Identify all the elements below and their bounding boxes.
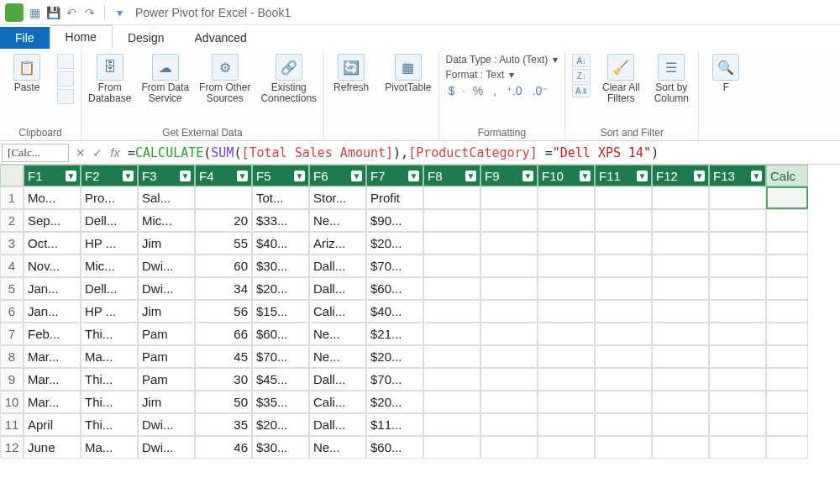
cell[interactable]: $60... xyxy=(366,277,423,300)
cell[interactable]: $40... xyxy=(252,232,309,255)
cell[interactable] xyxy=(423,232,480,255)
calc-column-header[interactable]: Calc xyxy=(766,165,808,186)
increase-decimal-button[interactable]: ⁺.0 xyxy=(504,84,525,97)
cell[interactable] xyxy=(480,209,538,232)
qat-customize-icon[interactable]: ▾ xyxy=(112,5,127,20)
column-header[interactable]: F6▼ xyxy=(309,165,366,186)
cell[interactable] xyxy=(423,323,480,345)
cell[interactable]: $90... xyxy=(366,209,423,232)
cell[interactable]: $15... xyxy=(252,300,309,323)
cell[interactable] xyxy=(652,209,709,232)
percent-button[interactable]: % xyxy=(470,84,486,97)
pivottable-button[interactable]: ▦PivotTable xyxy=(385,54,431,93)
cell[interactable]: Feb... xyxy=(24,323,81,345)
from-database-button[interactable]: 🗄From Database xyxy=(88,54,131,104)
cell[interactable]: Ne... xyxy=(309,345,366,368)
cell[interactable] xyxy=(538,277,595,300)
sort-desc-button[interactable]: Z↓ xyxy=(572,69,591,82)
column-filter-icon[interactable]: ▼ xyxy=(408,171,419,181)
comma-button[interactable]: , xyxy=(491,84,499,97)
cell[interactable]: Sal... xyxy=(138,186,195,209)
cell[interactable] xyxy=(652,413,709,436)
formula-enter-button[interactable]: ✓ xyxy=(89,146,106,160)
calc-cell[interactable] xyxy=(766,345,808,368)
cell[interactable] xyxy=(423,345,480,368)
cell[interactable]: $40... xyxy=(366,300,423,323)
cell[interactable] xyxy=(423,300,480,323)
cell[interactable] xyxy=(423,209,480,232)
column-filter-icon[interactable]: ▼ xyxy=(751,171,762,181)
cell[interactable]: Pam xyxy=(138,345,195,368)
sort-by-column-button[interactable]: ☰Sort by Column xyxy=(651,54,691,104)
fx-icon[interactable]: fx xyxy=(106,145,124,160)
cell[interactable] xyxy=(709,186,766,209)
cell[interactable] xyxy=(709,232,766,255)
column-header[interactable]: F2▼ xyxy=(81,165,138,186)
cell[interactable]: Dall... xyxy=(309,277,366,300)
column-filter-icon[interactable]: ▼ xyxy=(465,171,476,181)
column-header[interactable]: F3▼ xyxy=(138,165,195,186)
cell[interactable] xyxy=(709,436,766,459)
cell[interactable]: Jim xyxy=(138,300,195,323)
cell[interactable] xyxy=(538,209,595,232)
calc-cell[interactable] xyxy=(766,255,808,277)
cell[interactable] xyxy=(480,368,538,391)
calc-cell[interactable] xyxy=(766,300,808,323)
cell[interactable]: HP ... xyxy=(81,300,138,323)
cell[interactable] xyxy=(595,436,652,459)
cell[interactable] xyxy=(709,277,766,300)
cell[interactable]: 60 xyxy=(195,255,252,277)
from-other-sources-button[interactable]: ⚙From Other Sources xyxy=(199,54,250,104)
cell[interactable] xyxy=(652,277,709,300)
cell[interactable]: $60... xyxy=(366,436,423,459)
cell[interactable]: Thi... xyxy=(81,323,138,345)
row-header[interactable]: 7 xyxy=(0,323,24,345)
cell[interactable]: 20 xyxy=(195,209,252,232)
cell[interactable]: Jim xyxy=(138,391,195,413)
cell[interactable] xyxy=(538,368,595,391)
cell[interactable]: 45 xyxy=(195,345,252,368)
cell[interactable]: $45... xyxy=(252,368,309,391)
column-header[interactable]: F8▼ xyxy=(423,165,480,186)
column-filter-icon[interactable]: ▼ xyxy=(637,171,648,181)
cell[interactable] xyxy=(652,255,709,277)
column-filter-icon[interactable]: ▼ xyxy=(237,171,248,181)
cell[interactable]: Dell... xyxy=(81,209,138,232)
cell[interactable] xyxy=(709,391,766,413)
paste-button[interactable]: 📋 Paste xyxy=(7,54,47,93)
calc-cell[interactable] xyxy=(766,368,808,391)
cell[interactable] xyxy=(538,255,595,277)
undo-icon[interactable]: ↶ xyxy=(64,5,79,20)
column-header[interactable]: F10▼ xyxy=(538,165,595,186)
cell[interactable]: $60... xyxy=(252,323,309,345)
cell[interactable]: Jan... xyxy=(24,277,81,300)
cell[interactable]: Ne... xyxy=(309,436,366,459)
tab-design[interactable]: Design xyxy=(113,27,180,49)
cell[interactable] xyxy=(480,277,538,300)
cell[interactable]: Jim xyxy=(138,232,195,255)
cell[interactable] xyxy=(595,277,652,300)
cell[interactable] xyxy=(652,368,709,391)
cell[interactable]: 30 xyxy=(195,368,252,391)
column-filter-icon[interactable]: ▼ xyxy=(580,171,591,181)
find-button[interactable]: 🔍F xyxy=(706,54,746,93)
cell[interactable] xyxy=(538,391,595,413)
cell[interactable]: 50 xyxy=(195,391,252,413)
cell[interactable] xyxy=(480,255,538,277)
cell[interactable] xyxy=(652,232,709,255)
cell[interactable] xyxy=(423,277,480,300)
calc-cell[interactable] xyxy=(766,413,808,436)
cell[interactable] xyxy=(652,436,709,459)
cell[interactable] xyxy=(709,413,766,436)
cell[interactable] xyxy=(595,232,652,255)
column-filter-icon[interactable]: ▼ xyxy=(294,171,305,181)
cell[interactable]: Dall... xyxy=(309,413,366,436)
cell[interactable] xyxy=(538,323,595,345)
row-header[interactable]: 9 xyxy=(0,368,24,391)
column-header[interactable]: F1▼ xyxy=(24,165,81,186)
cell[interactable]: Pam xyxy=(138,368,195,391)
cell[interactable]: 46 xyxy=(195,436,252,459)
calc-cell[interactable] xyxy=(766,209,808,232)
row-header[interactable]: 6 xyxy=(0,300,24,323)
cell[interactable]: $30... xyxy=(252,255,309,277)
